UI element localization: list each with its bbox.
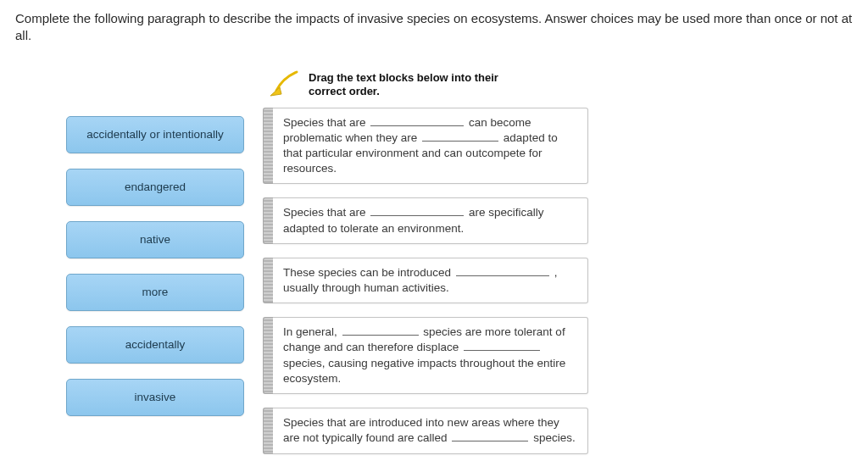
block-text: species. (530, 431, 575, 444)
fill-blank[interactable] (370, 115, 464, 126)
choice-endangered[interactable]: endangered (66, 169, 244, 206)
block-text: In general, (283, 325, 341, 338)
block-text: These species can be introduced (283, 266, 454, 279)
fill-blank[interactable] (456, 265, 549, 276)
fill-blank[interactable] (370, 206, 464, 217)
choice-label: invasive (135, 391, 176, 403)
choice-accidentally-or-intentionally[interactable]: accidentally or intentionally (66, 116, 244, 153)
hint-line-1: Drag the text blocks below into their (309, 71, 498, 85)
hint-text: Drag the text blocks below into their co… (309, 71, 498, 99)
text-block[interactable]: Species that are can become problematic … (263, 108, 588, 185)
drag-handle-icon[interactable] (263, 408, 273, 453)
drag-activity: accidentally or intentionally endangered… (15, 69, 853, 454)
text-block[interactable]: In general, species are more tolerant of… (263, 317, 588, 394)
block-body: Species that are can become problematic … (273, 108, 588, 185)
block-body: In general, species are more tolerant of… (273, 317, 588, 394)
fill-blank[interactable] (452, 431, 528, 442)
drag-handle-icon[interactable] (263, 258, 273, 303)
block-text: Species that are (283, 206, 369, 219)
sortable-blocks: Species that are can become problematic … (263, 108, 588, 454)
question-instructions: Complete the following paragraph to desc… (15, 10, 853, 45)
block-text: species, causing negative impacts throug… (283, 357, 565, 385)
choice-more[interactable]: more (66, 274, 244, 311)
choice-label: accidentally or intentionally (86, 128, 223, 141)
fill-blank[interactable] (422, 130, 498, 142)
choice-accidentally[interactable]: accidentally (66, 326, 244, 364)
fill-blank[interactable] (464, 341, 540, 352)
choice-invasive[interactable]: invasive (66, 379, 244, 416)
drag-handle-icon[interactable] (263, 317, 273, 394)
drag-handle-icon[interactable] (263, 197, 273, 243)
reorder-hint: Drag the text blocks below into their co… (268, 69, 588, 99)
block-body: Species that are introduced into new are… (273, 408, 588, 453)
choice-label: endangered (125, 180, 186, 193)
svg-marker-0 (270, 87, 281, 96)
drag-handle-icon[interactable] (263, 108, 273, 185)
text-block[interactable]: Species that are introduced into new are… (263, 408, 588, 453)
choice-native[interactable]: native (66, 221, 244, 258)
answer-choices-column: accidentally or intentionally endangered… (66, 69, 244, 416)
block-body: These species can be introduced , usuall… (273, 258, 588, 303)
text-block[interactable]: These species can be introduced , usuall… (263, 258, 588, 303)
block-body: Species that are are specifically adapte… (273, 197, 588, 243)
arrow-down-left-icon (268, 69, 302, 99)
text-block[interactable]: Species that are are specifically adapte… (263, 197, 588, 243)
drop-area: Drag the text blocks below into their co… (275, 69, 588, 454)
choice-label: native (140, 233, 170, 246)
block-text: Species that are (283, 116, 369, 129)
choice-label: more (142, 286, 169, 298)
hint-line-2: correct order. (309, 85, 498, 98)
choice-label: accidentally (125, 338, 186, 351)
fill-blank[interactable] (342, 325, 419, 336)
